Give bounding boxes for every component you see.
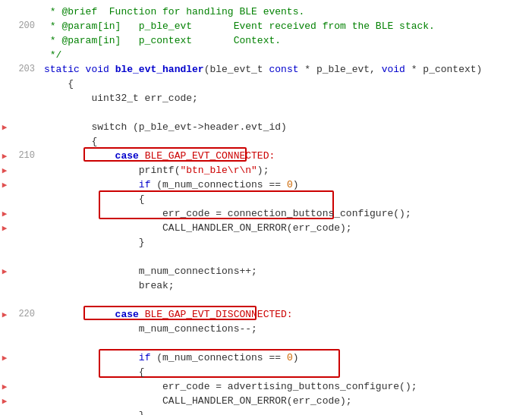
- token-plain: break;: [44, 278, 175, 293]
- bp-cell: ▶: [0, 351, 9, 365]
- line-number: [9, 221, 35, 235]
- code-line: if (m_num_connections == 0): [44, 178, 532, 192]
- breakpoint-arrow: ▶: [2, 165, 8, 175]
- token-case-kw: case: [44, 307, 145, 322]
- code-line: err_code = connection_buttons_configure(…: [44, 206, 532, 221]
- token-kw2: if: [139, 178, 151, 192]
- line-number: [9, 48, 35, 62]
- line-number: [9, 278, 35, 293]
- bp-cell: ▶: [0, 394, 9, 408]
- code-line: uint32_t err_code;: [44, 91, 532, 105]
- token-plain: err_code = advertising_buttons_configure…: [44, 379, 417, 394]
- token-plain: uint32_t err_code;: [44, 91, 198, 105]
- code-line: [44, 336, 532, 351]
- line-number: 203: [9, 62, 35, 77]
- line-number: [9, 351, 35, 365]
- token-plain: switch (p_ble_evt->header.evt_id): [44, 120, 287, 134]
- bp-cell: [0, 91, 9, 105]
- bp-cell: [0, 19, 9, 33]
- token-fn-name: ble_evt_handler: [115, 62, 204, 77]
- code-line: m_num_connections++;: [44, 264, 532, 278]
- code-line: static void ble_evt_handler(ble_evt_t co…: [44, 62, 532, 77]
- token-plain: m_num_connections++;: [44, 264, 257, 278]
- breakpoint-arrow: ▶: [2, 209, 8, 219]
- token-plain: ): [293, 178, 299, 192]
- line-number: [9, 178, 35, 192]
- token-case-kw: case: [44, 149, 145, 163]
- bp-cell: [0, 33, 9, 48]
- line-number: [9, 192, 35, 206]
- token-plain: }: [44, 235, 145, 250]
- line-number: [9, 408, 35, 415]
- breakpoint-arrow: ▶: [2, 180, 8, 190]
- line-number-gutter: 200203210220230: [9, 3, 41, 415]
- code-line: {: [44, 134, 532, 149]
- code-line: CALL_HANDLER_ON_ERROR(err_code);: [44, 394, 532, 408]
- token-kw2: static void: [44, 62, 115, 77]
- code-line: * @param[in] p_context Context.: [44, 33, 532, 48]
- bp-cell: ▶: [0, 178, 9, 192]
- bp-cell: [0, 77, 9, 91]
- line-number: 210: [9, 149, 35, 163]
- line-number: 200: [9, 19, 35, 33]
- bp-cell: [0, 48, 9, 62]
- token-plain: {: [44, 365, 145, 379]
- token-str: "btn_ble\r\n": [180, 163, 257, 178]
- token-comment: * @param[in] p_ble_evt Event received fr…: [44, 19, 435, 33]
- token-plain: }: [44, 408, 145, 415]
- bp-cell: [0, 250, 9, 264]
- code-line: case BLE_GAP_EVT_CONNECTED:: [44, 149, 532, 163]
- token-plain: (ble_evt_t: [204, 62, 269, 77]
- line-number: [9, 33, 35, 48]
- bp-cell: [0, 322, 9, 336]
- token-num: 0: [287, 178, 293, 192]
- line-number: [9, 5, 35, 19]
- token-plain: );: [257, 163, 269, 178]
- token-plain: * p_ble_evt,: [299, 62, 382, 77]
- token-plain: m_num_connections--;: [44, 322, 257, 336]
- code-line: }: [44, 408, 532, 415]
- breakpoint-arrow: ▶: [2, 151, 8, 161]
- token-comment: */: [44, 48, 61, 62]
- token-plain: CALL_HANDLER_ON_ERROR(err_code);: [44, 221, 352, 235]
- token-plain: [44, 178, 139, 192]
- line-number: 220: [9, 307, 35, 322]
- token-kw2: if: [139, 351, 151, 365]
- bp-cell: [0, 365, 9, 379]
- code-line: [44, 105, 532, 120]
- code-line: break;: [44, 278, 532, 293]
- token-kw2: void: [382, 62, 405, 77]
- breakpoint-arrow: ▶: [2, 122, 8, 132]
- breakpoint-arrow: ▶: [2, 382, 8, 391]
- breakpoint-arrow: ▶: [2, 223, 8, 233]
- token-plain: {: [44, 192, 145, 206]
- token-kw2: const: [269, 62, 298, 77]
- code-line: if (m_num_connections == 0): [44, 351, 532, 365]
- token-plain: err_code = connection_buttons_configure(…: [44, 206, 411, 221]
- line-number: [9, 293, 35, 307]
- bp-cell: [0, 62, 9, 77]
- code-line: switch (p_ble_evt->header.evt_id): [44, 120, 532, 134]
- code-line: */: [44, 48, 532, 62]
- line-number: [9, 365, 35, 379]
- code-line: printf("btn_ble\r\n");: [44, 163, 532, 178]
- bp-cell: ▶: [0, 149, 9, 163]
- code-line: }: [44, 235, 532, 250]
- bp-cell: ▶: [0, 120, 9, 134]
- breakpoint-arrow: ▶: [2, 396, 8, 406]
- token-plain: (m_num_connections ==: [150, 178, 286, 192]
- token-plain: {: [44, 134, 97, 149]
- bp-cell: [0, 235, 9, 250]
- bp-cell: ▶: [0, 206, 9, 221]
- token-plain: {: [44, 77, 74, 91]
- line-number: [9, 120, 35, 134]
- bp-cell: ▶: [0, 379, 9, 394]
- breakpoint-arrow: ▶: [2, 266, 8, 276]
- bp-cell: [0, 134, 9, 149]
- bp-cell: [0, 5, 9, 19]
- token-plain: * p_context): [405, 62, 482, 77]
- bp-cell: ▶: [0, 264, 9, 278]
- code-line: * @param[in] p_ble_evt Event received fr…: [44, 19, 532, 33]
- code-line: err_code = advertising_buttons_configure…: [44, 379, 532, 394]
- bp-cell: [0, 408, 9, 415]
